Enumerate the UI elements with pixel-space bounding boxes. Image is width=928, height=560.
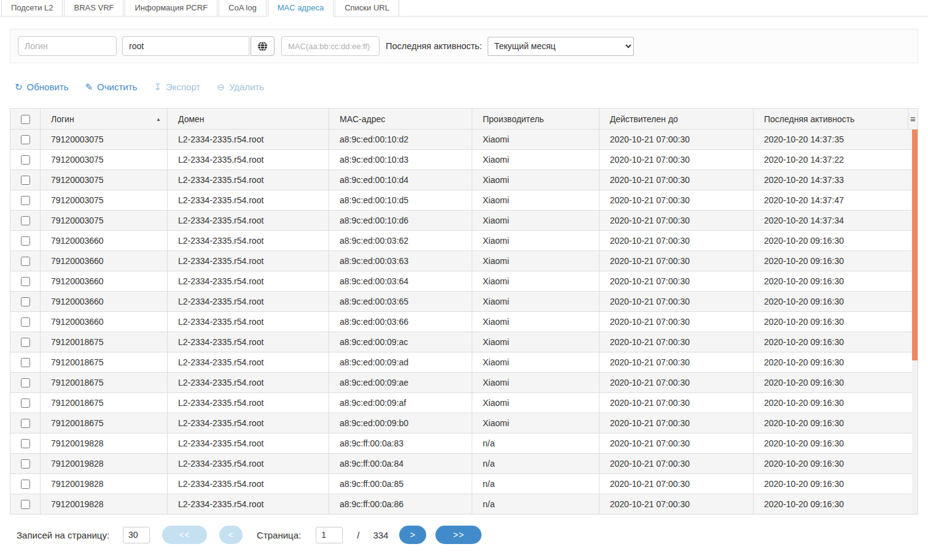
clear-button[interactable]: ✎ Очистить — [85, 82, 138, 92]
cell-last-activity: 2020-10-20 09:16:30 — [754, 494, 918, 515]
cell-login: 79120003660 — [41, 271, 168, 292]
cell-vendor: Xiaomi — [472, 373, 599, 393]
cell-vendor: Xiaomi — [472, 190, 599, 211]
per-page-input[interactable] — [123, 527, 150, 543]
row-checkbox-cell — [10, 251, 41, 271]
row-checkbox[interactable] — [21, 419, 30, 428]
select-all-checkbox[interactable] — [21, 115, 30, 124]
domain-lookup-button[interactable] — [251, 36, 275, 56]
page-number-input[interactable] — [316, 527, 343, 543]
cell-vendor: Xiaomi — [472, 332, 599, 352]
table-row: 79120003660 L2-2334-2335.r54.root a8:9c:… — [10, 251, 918, 271]
first-page-button[interactable]: << — [162, 526, 207, 544]
row-checkbox[interactable] — [21, 277, 30, 286]
cell-login: 79120003660 — [41, 292, 168, 312]
prev-page-button[interactable]: < — [219, 526, 243, 544]
row-checkbox[interactable] — [21, 155, 30, 165]
row-checkbox[interactable] — [21, 236, 30, 246]
row-checkbox[interactable] — [21, 216, 30, 225]
cell-vendor: Xiaomi — [472, 271, 599, 292]
table-row: 79120003660 L2-2334-2335.r54.root a8:9c:… — [10, 271, 918, 292]
tab-informatsiya-pcrf[interactable]: Информация PCRF — [125, 0, 217, 17]
row-checkbox[interactable] — [21, 176, 30, 185]
last-activity-select[interactable]: Текущий месяц — [488, 37, 634, 56]
cell-login: 79120003075 — [41, 190, 168, 211]
row-checkbox[interactable] — [21, 480, 30, 489]
total-pages: 334 — [373, 530, 388, 540]
cell-valid-until: 2020-10-21 07:00:30 — [599, 130, 754, 150]
table-row: 79120003075 L2-2334-2335.r54.root a8:9c:… — [10, 150, 918, 170]
col-header-login[interactable]: Логин ▲ — [41, 109, 168, 130]
tab-mac-adresa[interactable]: MAC адреса — [268, 0, 334, 17]
row-checkbox[interactable] — [21, 439, 30, 448]
cell-domain: L2-2334-2335.r54.root — [168, 494, 329, 515]
row-checkbox[interactable] — [21, 399, 30, 408]
pagination-bar: Записей на страницу: << < Страница: / 33… — [10, 515, 918, 555]
row-checkbox[interactable] — [21, 459, 30, 469]
mac-filter-input[interactable] — [281, 36, 380, 56]
domain-filter-input[interactable] — [122, 36, 249, 56]
cell-valid-until: 2020-10-21 07:00:30 — [599, 413, 754, 434]
cell-login: 79120003660 — [41, 231, 168, 251]
scrollbar-thumb[interactable] — [912, 130, 918, 360]
cell-mac: a8:9c:ed:00:03:63 — [329, 251, 472, 271]
row-checkbox[interactable] — [21, 378, 30, 387]
cell-last-activity: 2020-10-20 09:16:30 — [754, 231, 918, 251]
cell-mac: a8:9c:ed:00:03:65 — [329, 292, 472, 312]
row-checkbox[interactable] — [21, 500, 30, 509]
row-checkbox[interactable] — [21, 297, 30, 306]
col-header-vendor[interactable]: Производитель — [472, 109, 599, 130]
next-page-button[interactable]: > — [399, 526, 426, 544]
tab-spiski-url[interactable]: Списки URL — [335, 0, 399, 17]
delete-button[interactable]: ⊖ Удалить — [217, 82, 264, 92]
cell-last-activity: 2020-10-20 09:16:30 — [754, 434, 918, 454]
cell-vendor: Xiaomi — [472, 170, 599, 190]
cell-login: 79120003660 — [41, 312, 168, 332]
cell-domain: L2-2334-2335.r54.root — [168, 454, 329, 474]
cell-login: 79120003660 — [41, 251, 168, 271]
col-header-last-activity[interactable]: Последняя активность — [754, 109, 918, 130]
refresh-button[interactable]: ↻ Обновить — [15, 82, 69, 92]
row-checkbox-cell — [10, 312, 41, 332]
col-header-mac[interactable]: MAC-адрес — [329, 109, 472, 130]
row-checkbox[interactable] — [21, 317, 30, 327]
row-checkbox-cell — [10, 271, 41, 292]
row-checkbox[interactable] — [21, 135, 30, 144]
cell-mac: a8:9c:ff:00:0a:84 — [329, 454, 472, 474]
page-separator: / — [357, 530, 359, 540]
col-header-valid-until[interactable]: Действителен до — [599, 109, 754, 130]
cell-domain: L2-2334-2335.r54.root — [168, 231, 329, 251]
cell-vendor: Xiaomi — [472, 292, 599, 312]
cell-mac: a8:9c:ed:00:03:62 — [329, 231, 472, 251]
table-scrollbar[interactable] — [912, 130, 918, 514]
cell-mac: a8:9c:ed:00:10:d2 — [329, 130, 472, 150]
cell-domain: L2-2334-2335.r54.root — [168, 312, 329, 332]
filter-panel: Последняя активность: Текущий месяц — [10, 29, 918, 63]
cell-mac: a8:9c:ed:00:09:ac — [329, 332, 472, 352]
tab-coa-log[interactable]: CoA log — [219, 0, 267, 17]
last-page-button[interactable]: >> — [435, 526, 482, 544]
cell-valid-until: 2020-10-21 07:00:30 — [599, 393, 754, 413]
tab-podseti-l2[interactable]: Подсети L2 — [1, 0, 63, 17]
export-button[interactable]: ↧ Экспорт — [154, 82, 200, 92]
col-header-domain[interactable]: Домен — [168, 109, 329, 130]
cell-login: 79120018675 — [41, 413, 168, 434]
cell-login: 79120018675 — [41, 373, 168, 393]
row-checkbox-cell — [10, 190, 41, 211]
cell-login: 79120019828 — [41, 474, 168, 494]
row-checkbox[interactable] — [21, 358, 30, 367]
row-checkbox-cell — [10, 130, 41, 150]
login-filter-input[interactable] — [18, 36, 117, 56]
export-icon: ↧ — [154, 82, 162, 91]
cell-valid-until: 2020-10-21 07:00:30 — [599, 494, 754, 515]
cell-last-activity: 2020-10-20 09:16:30 — [754, 292, 918, 312]
toolbar-button-label: Обновить — [27, 82, 69, 92]
cell-login: 79120003075 — [41, 211, 168, 231]
row-checkbox[interactable] — [21, 196, 30, 205]
row-checkbox[interactable] — [21, 257, 30, 266]
table-row: 79120003660 L2-2334-2335.r54.root a8:9c:… — [10, 292, 918, 312]
cell-last-activity: 2020-10-20 09:16:30 — [754, 454, 918, 474]
tab-bras-vrf[interactable]: BRAS VRF — [64, 0, 123, 17]
column-menu-button[interactable]: ≡ — [908, 109, 918, 129]
row-checkbox[interactable] — [21, 338, 30, 347]
